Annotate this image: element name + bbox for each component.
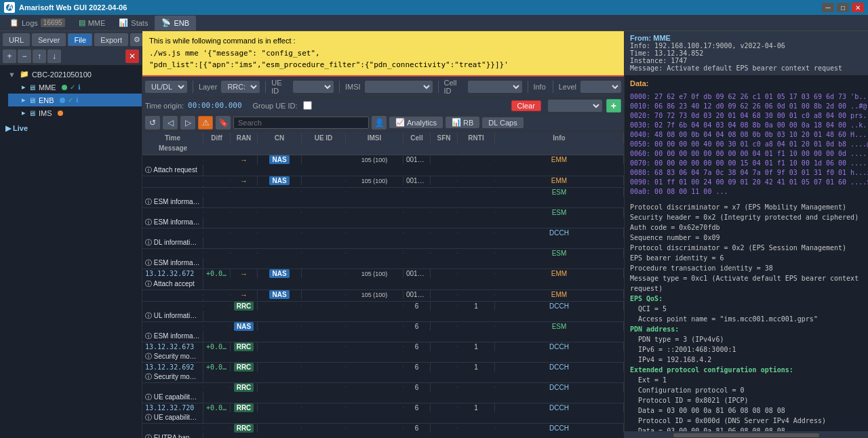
- tree-node-cbc[interactable]: ▼ 📁 CBC-2021050100: [0, 68, 142, 81]
- action-select[interactable]: [548, 100, 602, 112]
- ue-id-select[interactable]: [293, 81, 334, 93]
- tab-enb-label: ENB: [174, 19, 189, 27]
- data-section-label: Data:: [630, 78, 863, 89]
- detail-line: Configuration protocol = 0: [630, 385, 863, 395]
- table-row[interactable]: → NAS 105 (100) 001010123456789 EMM ⓘ At…: [142, 155, 624, 176]
- cell-diff: [203, 305, 231, 306]
- level-label: Level: [559, 83, 576, 91]
- table-row[interactable]: RRC 6 DCCH ⓘ UE capability enquiry: [142, 383, 624, 403]
- settings-button[interactable]: ⚙: [130, 33, 144, 46]
- server-button[interactable]: Server: [32, 33, 66, 46]
- cell-ueid: [302, 273, 346, 275]
- mme-status-dot: [62, 85, 67, 90]
- cell-rnti: 1: [458, 302, 495, 311]
- export-button[interactable]: Export: [94, 33, 128, 46]
- folder-icon: 📁: [20, 70, 29, 79]
- tabs-bar: 📋 Logs 16695 ▤ MME 📊 Stats 📡 ENB: [0, 15, 868, 31]
- refresh-button[interactable]: ↺: [145, 116, 160, 130]
- cell-message: ⓘ Security mode complete: [142, 372, 203, 382]
- search-input[interactable]: [233, 117, 369, 129]
- cell-message: [142, 300, 203, 301]
- cell-time: 13.12.32.672: [142, 269, 203, 278]
- table-row[interactable]: ESM ⓘ ESM information request: [142, 188, 624, 208]
- cell-sfn: [431, 232, 458, 233]
- tree-node-enb[interactable]: ▸ 🖥 ENB ✓ ℹ: [8, 94, 142, 106]
- right-panel-content: Data: 0000: 27 62 e7 0f db 09 62 26 c1 0…: [625, 75, 868, 431]
- clear-button[interactable]: Clear: [511, 100, 541, 111]
- table-row[interactable]: DCCH ⓘ DL information transfer: [142, 228, 624, 249]
- table-row[interactable]: 13.12.32.720 +0.028 RRC 6 1 DCCH ⓘ UE ca…: [142, 403, 624, 424]
- cell-diff: [203, 252, 231, 254]
- cell-id-select[interactable]: [468, 81, 522, 93]
- imsi-select[interactable]: [365, 81, 433, 93]
- mode-select[interactable]: UL/DL: [145, 81, 187, 93]
- layer-select[interactable]: RRC:: [221, 81, 260, 93]
- table-row[interactable]: → NAS 105 (100) 001010123456789 EMM: [142, 176, 624, 188]
- dl-caps-button[interactable]: DL Caps: [482, 117, 523, 128]
- bookmark-button[interactable]: 🔖: [216, 116, 231, 130]
- dl-caps-label: DL Caps: [488, 119, 517, 127]
- table-row[interactable]: NAS 6 ESM ⓘ ESM information response: [142, 322, 624, 342]
- warning-bar: This is while following command is in ef…: [142, 31, 624, 77]
- cell-sfn: [431, 407, 458, 408]
- cell-info: DCCH: [495, 383, 624, 392]
- instance-line: Instance: 1747: [630, 57, 863, 64]
- table-row[interactable]: 13.12.32.673 +0.001 RRC 6 1 DCCH ⓘ Secur…: [142, 342, 624, 363]
- analytics-button[interactable]: 📈 Analytics: [389, 117, 443, 128]
- hex-line: 0070: 00 00 00 00 00 00 00 15 04 01 f1 1…: [630, 159, 863, 168]
- tab-mme[interactable]: ▤ MME: [72, 16, 113, 31]
- server-icon-mme: 🖥: [28, 83, 36, 92]
- url-button[interactable]: URL: [3, 33, 30, 46]
- person-icon-btn[interactable]: 👤: [372, 116, 387, 130]
- cell-rnti: [458, 325, 495, 327]
- cell-cell: 6: [403, 302, 431, 311]
- table-row[interactable]: 13.12.32.692 +0.019 RRC 6 1 DCCH ⓘ Secur…: [142, 363, 624, 383]
- minimize-button[interactable]: ─: [822, 3, 834, 12]
- cell-ran: RRC: [231, 383, 258, 392]
- cell-cn: [258, 366, 302, 367]
- cbc-label: CBC-2021050100: [32, 71, 92, 79]
- sidebar-close-button[interactable]: ✕: [125, 49, 139, 63]
- separator5: [528, 81, 528, 93]
- table-row[interactable]: RRC 6 DCCH ⓘ EUTRA band combinations: [142, 424, 624, 438]
- rb-label: RB: [463, 119, 473, 127]
- table-row[interactable]: 13.12.32.672 +0.031 → NAS 105 (100) 0010…: [142, 269, 624, 290]
- add-button[interactable]: +: [606, 99, 621, 113]
- cell-ueid: [302, 159, 346, 161]
- cell-ueid: [302, 232, 346, 233]
- tree-node-ims[interactable]: ▸ 🖥 IMS: [8, 106, 142, 119]
- cell-ran: [231, 252, 258, 254]
- sidebar-remove-button[interactable]: −: [18, 49, 31, 63]
- back-button[interactable]: ◁: [163, 116, 178, 130]
- right-panel-scrollbar[interactable]: [625, 431, 868, 438]
- table-row[interactable]: → NAS 105 (100) 001010123456789 EMM: [142, 290, 624, 302]
- detail-line: Extended protocol configuration options:: [630, 365, 863, 375]
- tab-enb[interactable]: 📡 ENB: [155, 16, 196, 31]
- group-ue-checkbox[interactable]: [303, 101, 312, 110]
- tab-stats[interactable]: 📊 Stats: [112, 16, 155, 31]
- forward-button[interactable]: ▷: [180, 116, 195, 130]
- hex-lines: 0000: 27 62 e7 0f db 09 62 26 c1 01 05 1…: [630, 92, 863, 197]
- sidebar-add-button[interactable]: +: [3, 49, 16, 63]
- tree-node-mme[interactable]: ▸ 🖥 MME ✓ ℹ: [8, 81, 142, 94]
- level-select[interactable]: [580, 81, 621, 93]
- maximize-button[interactable]: □: [837, 3, 849, 12]
- cell-ran: →: [231, 269, 258, 279]
- table-row[interactable]: ESM ⓘ ESM information response: [142, 249, 624, 269]
- table-row[interactable]: RRC 6 1 DCCH ⓘ UL information transfer: [142, 302, 624, 322]
- rb-button[interactable]: 📊 RB: [446, 117, 479, 128]
- cell-rnti: [458, 159, 495, 161]
- cell-sfn: [431, 252, 458, 254]
- cell-rnti: [458, 212, 495, 213]
- sidebar-down-button[interactable]: ↓: [47, 49, 61, 63]
- close-button[interactable]: ✕: [852, 3, 864, 12]
- cell-cn: NAS: [258, 176, 302, 185]
- cell-rnti: 1: [458, 363, 495, 372]
- data-rows: → NAS 105 (100) 001010123456789 EMM ⓘ At…: [142, 155, 624, 438]
- alert-button[interactable]: ⚠: [198, 116, 213, 130]
- table-row[interactable]: ESM ⓘ ESM information response: [142, 208, 624, 228]
- tab-logs[interactable]: 📋 Logs 16695: [3, 16, 72, 31]
- detail-line: Access point name = "ims.mcc001.mcc001.g…: [630, 314, 863, 324]
- sidebar-up-button[interactable]: ↑: [33, 49, 46, 63]
- file-button[interactable]: File: [68, 33, 92, 46]
